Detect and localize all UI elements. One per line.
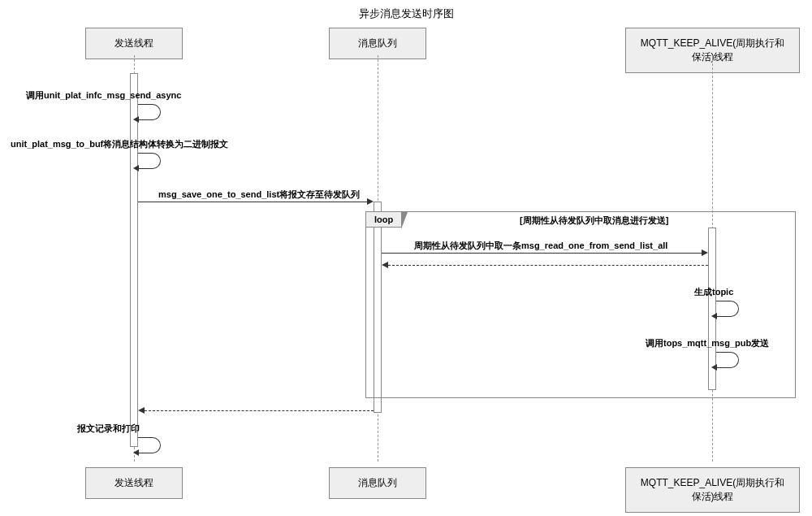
- participant-label: MQTT_KEEP_ALIVE(周期执行和保活)线程: [641, 477, 784, 502]
- msg-m5: 生成topic: [694, 286, 733, 298]
- msg-m3: msg_save_one_to_send_list将报文存至待发队列: [158, 189, 360, 201]
- participant-label: 发送线程: [114, 477, 153, 488]
- participant-queue-bottom: 消息队列: [329, 467, 426, 499]
- self-loop-icon: [138, 104, 161, 120]
- participant-mqtt-bottom: MQTT_KEEP_ALIVE(周期执行和保活)线程: [625, 467, 800, 513]
- arrow-head-icon: [367, 198, 374, 205]
- arrow-line: [382, 253, 705, 254]
- msg-m2: unit_plat_msg_to_buf将消息结构体转换为二进制报文: [11, 138, 228, 150]
- msg-m4: 周期性从待发队列中取一条msg_read_one_from_send_list_…: [414, 240, 667, 252]
- arrow-dashed: [145, 410, 374, 411]
- participant-label: 消息队列: [358, 477, 397, 488]
- diagram-title: 异步消息发送时序图: [0, 0, 812, 21]
- self-loop-icon: [138, 153, 161, 169]
- self-loop-icon: [716, 301, 739, 317]
- self-loop-icon: [138, 437, 161, 453]
- arrow-dashed: [388, 265, 708, 266]
- self-loop-icon: [716, 352, 739, 368]
- participant-label: 发送线程: [114, 37, 153, 49]
- activation-sender: [130, 73, 138, 447]
- msg-m1: 调用unit_plat_infc_msg_send_async: [26, 89, 181, 102]
- participant-label: 消息队列: [358, 37, 397, 49]
- loop-tag: loop: [365, 211, 402, 228]
- arrow-head-icon: [702, 249, 708, 256]
- msg-m6: 调用tops_mqtt_msg_pub发送: [646, 337, 769, 349]
- participant-sender-bottom: 发送线程: [85, 467, 183, 499]
- msg-m7: 报文记录和打印: [77, 423, 140, 435]
- arrow-head-icon: [138, 407, 145, 414]
- loop-condition: [周期性从待发队列中取消息进行发送]: [520, 215, 668, 227]
- arrow-head-icon: [382, 262, 388, 268]
- arrow-line: [138, 202, 369, 202]
